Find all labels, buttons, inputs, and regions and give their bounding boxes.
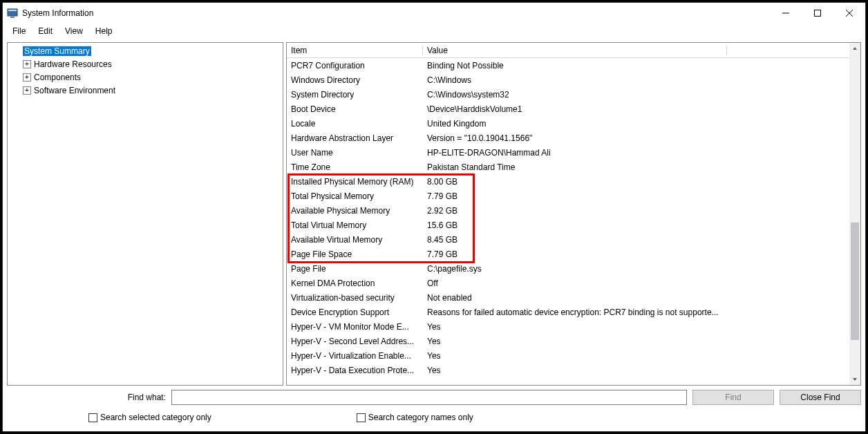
cell-value: Not enabled [423, 293, 849, 303]
expander-icon[interactable]: + [23, 73, 31, 82]
list-body[interactable]: PCR7 ConfigurationBinding Not PossibleWi… [287, 58, 849, 385]
cell-value: 8.45 GB [423, 235, 849, 245]
cell-value: Yes [423, 351, 849, 361]
client-area: System Summary + Hardware Resources + Co… [7, 42, 861, 386]
cell-item: PCR7 Configuration [287, 61, 423, 70]
list-row[interactable]: Page FileC:\pagefile.sys [287, 261, 849, 276]
menu-edit[interactable]: Edit [32, 25, 58, 37]
cell-item: Page File [287, 264, 423, 274]
column-item[interactable]: Item [287, 46, 423, 55]
cell-item: Kernel DMA Protection [287, 279, 423, 288]
list-row[interactable]: Hardware Abstraction LayerVersion = "10.… [287, 131, 849, 145]
list-row[interactable]: Total Virtual Memory15.6 GB [287, 218, 849, 232]
scroll-up-icon[interactable] [849, 43, 860, 54]
cell-value: 2.92 GB [423, 206, 849, 216]
checkbox-box [357, 413, 366, 422]
find-panel: Find what: Find Close Find Search select… [7, 388, 861, 427]
expander-icon[interactable]: + [23, 86, 31, 95]
list-row[interactable]: Hyper-V - Data Execution Prote...Yes [287, 363, 849, 377]
svg-rect-2 [10, 17, 15, 18]
column-value[interactable]: Value [423, 46, 727, 55]
tree-item-system-summary[interactable]: System Summary [8, 44, 283, 57]
cell-item: Boot Device [287, 104, 423, 114]
cell-item: System Directory [287, 90, 423, 100]
cell-item: Hardware Abstraction Layer [287, 133, 423, 143]
svg-rect-4 [815, 10, 821, 17]
menubar: File Edit View Help [3, 23, 865, 39]
list-row[interactable]: Installed Physical Memory (RAM)8.00 GB [287, 174, 849, 189]
cell-value: 8.00 GB [423, 177, 849, 187]
svg-marker-8 [853, 378, 857, 381]
list-row[interactable]: Hyper-V - VM Monitor Mode E...Yes [287, 319, 849, 334]
cell-item: Hyper-V - Data Execution Prote... [287, 366, 423, 375]
tree-item-components[interactable]: + Components [8, 70, 283, 84]
cell-value: C:\Windows [423, 75, 849, 85]
list-row[interactable]: Time ZonePakistan Standard Time [287, 160, 849, 174]
cell-item: Locale [287, 119, 423, 129]
cell-item: Total Physical Memory [287, 191, 423, 201]
find-button[interactable]: Find [692, 390, 774, 405]
list-row[interactable]: Windows DirectoryC:\Windows [287, 73, 849, 87]
list-row[interactable]: Virtualization-based securityNot enabled [287, 290, 849, 305]
list-row[interactable]: System DirectoryC:\Windows\system32 [287, 87, 849, 102]
cell-item: Time Zone [287, 162, 423, 172]
menu-view[interactable]: View [59, 25, 88, 37]
cell-item: Windows Directory [287, 75, 423, 85]
cell-item: Hyper-V - Second Level Addres... [287, 337, 423, 346]
cell-value: United Kingdom [423, 119, 849, 129]
app-icon [7, 8, 18, 19]
tree-label: System Summary [23, 46, 91, 56]
tree-view[interactable]: System Summary + Hardware Resources + Co… [7, 42, 283, 386]
cell-value: Version = "10.0.19041.1566" [423, 133, 849, 143]
window-title: System Information [22, 8, 93, 18]
cell-value: 7.79 GB [423, 249, 849, 259]
menu-file[interactable]: File [7, 25, 31, 37]
cell-value: Pakistan Standard Time [423, 162, 849, 172]
window-frame: System Information File Edit View Help S… [2, 2, 866, 432]
list-row[interactable]: Device Encryption SupportReasons for fai… [287, 305, 849, 319]
list-row[interactable]: LocaleUnited Kingdom [287, 116, 849, 131]
vertical-scrollbar[interactable] [849, 43, 860, 385]
list-row[interactable]: Total Physical Memory7.79 GB [287, 189, 849, 203]
list-row[interactable]: Page File Space7.79 GB [287, 247, 849, 261]
menu-help[interactable]: Help [90, 25, 118, 37]
cell-item: Hyper-V - VM Monitor Mode E... [287, 322, 423, 332]
tree-item-hardware-resources[interactable]: + Hardware Resources [8, 57, 283, 70]
tree-item-software-environment[interactable]: + Software Environment [8, 84, 283, 97]
close-find-button[interactable]: Close Find [780, 390, 861, 405]
cell-item: Installed Physical Memory (RAM) [287, 177, 423, 187]
maximize-button[interactable] [802, 3, 833, 23]
list-row[interactable]: Boot Device\Device\HarddiskVolume1 [287, 102, 849, 116]
cell-item: Hyper-V - Virtualization Enable... [287, 351, 423, 361]
checkbox-search-selected-category[interactable]: Search selected category only [88, 413, 211, 422]
minimize-button[interactable] [770, 3, 802, 23]
titlebar: System Information [3, 3, 865, 23]
list-row[interactable]: User NameHP-ELITE-DRAGON\Hammad Ali [287, 145, 849, 160]
cell-value: C:\pagefile.sys [423, 264, 849, 274]
checkbox-search-category-names[interactable]: Search category names only [357, 413, 473, 422]
find-input[interactable] [171, 390, 687, 405]
cell-value: Yes [423, 337, 849, 346]
list-row[interactable]: Hyper-V - Second Level Addres...Yes [287, 334, 849, 348]
scroll-thumb[interactable] [851, 223, 859, 340]
cell-item: User Name [287, 148, 423, 158]
checkbox-box [88, 413, 97, 422]
cell-item: Device Encryption Support [287, 308, 423, 317]
scroll-down-icon[interactable] [849, 374, 860, 385]
list-row[interactable]: Hyper-V - Virtualization Enable...Yes [287, 348, 849, 363]
list-row[interactable]: PCR7 ConfigurationBinding Not Possible [287, 58, 849, 73]
cell-value: Yes [423, 322, 849, 332]
list-row[interactable]: Kernel DMA ProtectionOff [287, 276, 849, 290]
cell-item: Available Virtual Memory [287, 235, 423, 245]
list-row[interactable]: Available Virtual Memory8.45 GB [287, 232, 849, 247]
tree-label: Components [34, 73, 81, 82]
list-row[interactable]: Available Physical Memory2.92 GB [287, 203, 849, 218]
cell-value: Yes [423, 366, 849, 375]
cell-item: Total Virtual Memory [287, 220, 423, 230]
tree-label: Software Environment [34, 86, 115, 95]
close-button[interactable] [833, 3, 865, 23]
svg-rect-1 [8, 10, 17, 11]
expander-icon[interactable]: + [23, 60, 31, 68]
cell-item: Available Physical Memory [287, 206, 423, 216]
find-label: Find what: [7, 393, 171, 402]
